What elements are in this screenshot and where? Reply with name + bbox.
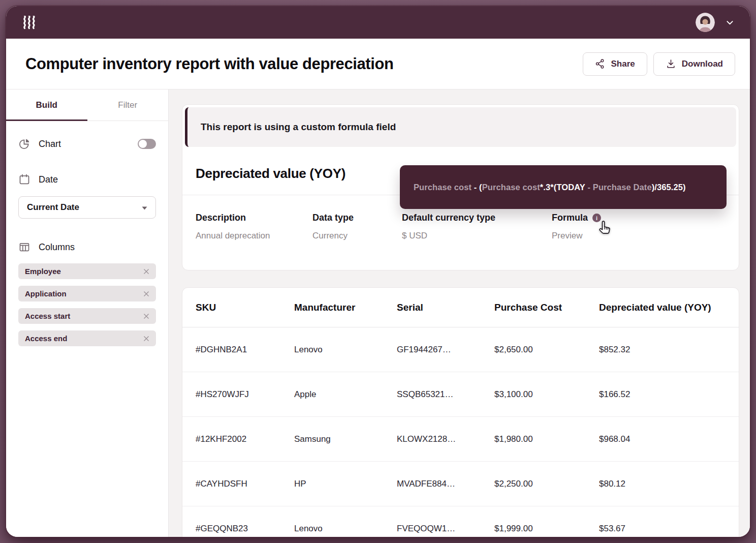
cell-sku: #HS270WJFJ bbox=[196, 389, 294, 400]
column-chip-list: Employee Application Access start bbox=[18, 263, 156, 346]
download-icon bbox=[666, 58, 676, 69]
date-select-value: Current Date bbox=[27, 202, 79, 213]
tab-filter[interactable]: Filter bbox=[87, 89, 169, 120]
cell-depreciated-value: $166.52 bbox=[599, 389, 726, 400]
tooltip-segment: Purchase cost bbox=[482, 183, 540, 192]
date-section-row: Date bbox=[18, 173, 156, 186]
caret-down-icon bbox=[142, 202, 147, 213]
account-area bbox=[696, 13, 735, 32]
field-value: Currency bbox=[312, 231, 402, 241]
formula-tooltip: Purchase cost - (Purchase cost*.3*(TODAY… bbox=[400, 165, 727, 209]
cell-serial: MVADFE884… bbox=[397, 479, 494, 489]
tooltip-segment: Purchase cost bbox=[414, 183, 474, 192]
column-header-purchase-cost: Purchase Cost bbox=[494, 302, 599, 313]
cell-sku: #DGHNB2A1 bbox=[196, 345, 294, 355]
cell-depreciated-value: $852.32 bbox=[599, 345, 726, 355]
report-table: SKU Manufacturer Serial Purchase Cost De… bbox=[182, 287, 739, 537]
cell-depreciated-value: $968.04 bbox=[599, 434, 726, 444]
pointer-cursor-icon bbox=[596, 220, 614, 237]
table-row: #CAYHDSFH HP MVADFE884… $2,250.00 $80.12 bbox=[182, 462, 739, 506]
chart-label: Chart bbox=[39, 139, 61, 149]
chevron-down-icon[interactable] bbox=[725, 18, 735, 27]
field-data-type: Data type Currency bbox=[312, 213, 402, 241]
rippling-logo-icon[interactable] bbox=[22, 16, 39, 29]
chip-label: Access start bbox=[25, 312, 70, 320]
cell-manufacturer: Lenovo bbox=[294, 345, 397, 355]
column-chip-application[interactable]: Application bbox=[18, 286, 156, 301]
chip-label: Access end bbox=[25, 334, 67, 343]
cell-manufacturer: Apple bbox=[294, 389, 397, 400]
cell-serial: FVEQOQW1… bbox=[397, 524, 494, 534]
top-nav-bar bbox=[6, 6, 750, 39]
field-value: $ USD bbox=[402, 231, 552, 241]
remove-chip-icon[interactable] bbox=[143, 313, 149, 319]
toggle-knob bbox=[139, 140, 147, 148]
field-value: Annual deprecation bbox=[196, 231, 312, 241]
share-button[interactable]: Share bbox=[583, 52, 647, 76]
body-row: Build Filter Chart bbox=[6, 89, 750, 537]
table-row: #GEQQNB23 Lenovo FVEQOQW1… $1,999.00 $53… bbox=[182, 506, 739, 537]
column-chip-access-start[interactable]: Access start bbox=[18, 308, 156, 324]
columns-section-row: Columns bbox=[18, 241, 156, 253]
cell-serial: GF1944267… bbox=[397, 345, 494, 355]
field-label: Default currency type bbox=[402, 213, 552, 223]
pie-chart-icon bbox=[18, 138, 30, 150]
calendar-icon bbox=[18, 173, 30, 186]
sidebar-tabs: Build Filter bbox=[6, 89, 168, 121]
remove-chip-icon[interactable] bbox=[143, 336, 149, 342]
remove-chip-icon[interactable] bbox=[143, 291, 149, 297]
cell-manufacturer: HP bbox=[294, 479, 397, 489]
cell-sku: #12KHF2002 bbox=[196, 434, 294, 444]
chip-label: Employee bbox=[25, 267, 61, 276]
tooltip-segment: - Purchase Date bbox=[585, 183, 652, 192]
download-button[interactable]: Download bbox=[653, 52, 735, 76]
chart-toggle[interactable] bbox=[138, 139, 156, 149]
field-currency-type: Default currency type $ USD bbox=[402, 213, 552, 241]
date-select[interactable]: Current Date bbox=[18, 196, 156, 219]
table-row: #DGHNB2A1 Lenovo GF1944267… $2,650.00 $8… bbox=[182, 327, 739, 372]
share-button-label: Share bbox=[611, 59, 635, 69]
header-actions: Share Download bbox=[583, 52, 735, 76]
report-main-area: This report is using a custom formula fi… bbox=[169, 89, 750, 537]
tooltip-segment: )/365.25) bbox=[652, 183, 686, 192]
page-title: Computer inventory report with value dep… bbox=[25, 55, 394, 73]
custom-formula-banner: This report is using a custom formula fi… bbox=[185, 107, 736, 147]
app-window: Computer inventory report with value dep… bbox=[6, 6, 750, 537]
cell-purchase-cost: $3,100.00 bbox=[494, 389, 599, 400]
field-description: Description Annual deprecation bbox=[196, 213, 312, 241]
tooltip-segment: - ( bbox=[474, 183, 482, 192]
column-header-serial: Serial bbox=[397, 302, 494, 313]
field-label: Data type bbox=[312, 213, 402, 223]
cell-serial: SSQB65321… bbox=[397, 389, 494, 400]
column-header-manufacturer: Manufacturer bbox=[294, 302, 397, 313]
remove-chip-icon[interactable] bbox=[143, 268, 149, 275]
user-avatar[interactable] bbox=[696, 13, 715, 32]
tooltip-segment: *.3*(TODAY bbox=[540, 183, 585, 192]
chip-label: Application bbox=[25, 289, 67, 298]
column-header-sku: SKU bbox=[196, 302, 294, 313]
tab-build[interactable]: Build bbox=[6, 89, 87, 120]
cell-sku: #CAYHDSFH bbox=[196, 479, 294, 489]
table-row: #12KHF2002 Samsung KLOWX2128… $1,980.00 … bbox=[182, 417, 739, 462]
table-header-row: SKU Manufacturer Serial Purchase Cost De… bbox=[182, 288, 739, 327]
column-header-depreciated-value: Depreciated value (YOY) bbox=[599, 302, 726, 313]
cell-purchase-cost: $2,250.00 bbox=[494, 479, 599, 489]
download-button-label: Download bbox=[682, 59, 723, 69]
chart-toggle-row: Chart bbox=[18, 138, 156, 150]
column-chip-access-end[interactable]: Access end bbox=[18, 330, 156, 346]
cell-purchase-cost: $2,650.00 bbox=[494, 345, 599, 355]
share-icon bbox=[595, 58, 606, 69]
cell-manufacturer: Samsung bbox=[294, 434, 397, 444]
cell-purchase-cost: $1,999.00 bbox=[494, 524, 599, 534]
report-builder-sidebar: Build Filter Chart bbox=[6, 89, 169, 537]
column-chip-employee[interactable]: Employee bbox=[18, 263, 156, 279]
cell-purchase-cost: $1,980.00 bbox=[494, 434, 599, 444]
cell-depreciated-value: $53.67 bbox=[599, 524, 726, 534]
banner-text: This report is using a custom formula fi… bbox=[201, 122, 396, 132]
columns-label: Columns bbox=[39, 242, 75, 253]
field-label: Formula bbox=[552, 213, 588, 223]
field-formula: Formula i Preview bbox=[552, 213, 726, 241]
cell-serial: KLOWX2128… bbox=[397, 434, 494, 444]
table-row: #HS270WJFJ Apple SSQB65321… $3,100.00 $1… bbox=[182, 372, 739, 417]
cell-manufacturer: Lenovo bbox=[294, 524, 397, 534]
